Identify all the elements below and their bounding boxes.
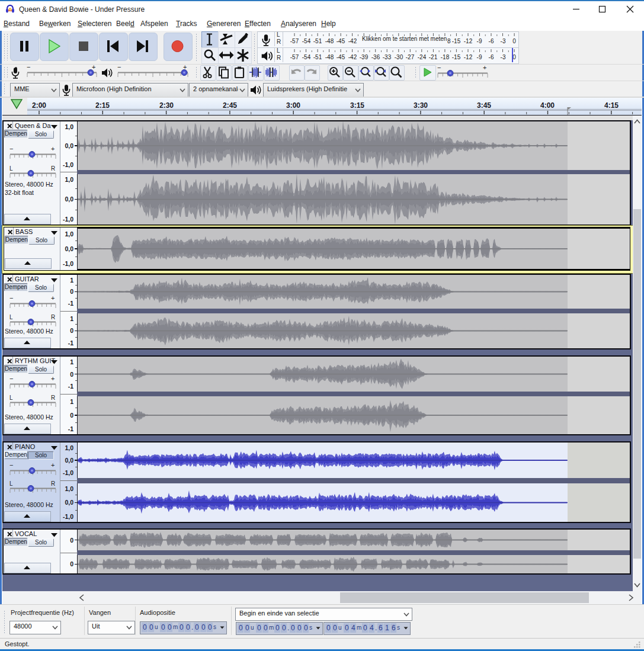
- svg-text:L: L: [9, 165, 13, 172]
- svg-text:−: −: [117, 64, 121, 70]
- svg-text:+: +: [92, 64, 95, 70]
- svg-text:−: −: [9, 462, 13, 469]
- svg-text:−: −: [437, 65, 441, 71]
- svg-text:L: L: [9, 314, 13, 320]
- svg-text:L: L: [9, 395, 13, 401]
- svg-text:+: +: [51, 462, 55, 469]
- svg-text:L: L: [9, 480, 13, 487]
- svg-text:+: +: [483, 65, 486, 71]
- svg-text:−: −: [27, 64, 30, 70]
- svg-text:−: −: [9, 376, 13, 382]
- svg-text:R: R: [51, 165, 55, 172]
- svg-text:+: +: [51, 376, 55, 382]
- svg-text:R: R: [51, 314, 55, 320]
- svg-text:R: R: [51, 480, 55, 487]
- svg-text:−: −: [9, 295, 13, 302]
- svg-text:+: +: [51, 146, 55, 152]
- svg-text:+: +: [51, 295, 55, 302]
- svg-text:−: −: [9, 146, 13, 152]
- svg-text:R: R: [51, 395, 55, 401]
